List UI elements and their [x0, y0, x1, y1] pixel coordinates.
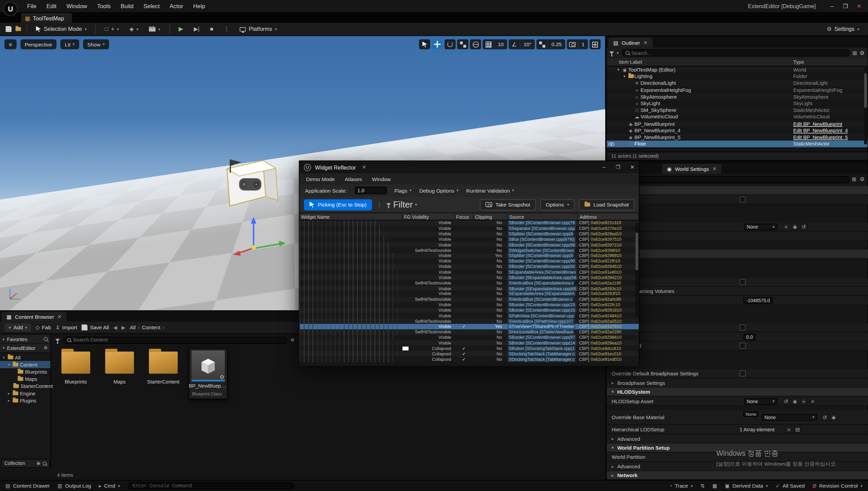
ws-row-demode[interactable]: deMode: [607, 232, 868, 241]
reset-icon[interactable]: ↺: [783, 398, 790, 405]
expander-icon[interactable]: ▾: [616, 67, 621, 72]
filter-dropdown[interactable]: Filter▾: [387, 200, 417, 210]
column-type[interactable]: Type: [793, 59, 804, 65]
widget-tree-row[interactable]: Collapsed✓NoSDockingTabStack [TabManager…: [299, 351, 639, 357]
world-settings-search[interactable]: [609, 176, 850, 183]
source-link[interactable]: SBorder [SContentBrowser.cpp(76: [508, 220, 576, 225]
outliner-row[interactable]: ☼SkyLightSkyLight: [607, 100, 867, 107]
widget-tree-row[interactable]: Visible✓YesSTreeView<TSharedPtr<FTreeIte…: [299, 324, 639, 329]
scale-snap-value[interactable]: 0.25: [548, 39, 565, 49]
reset-icon[interactable]: ↺: [822, 414, 828, 420]
chevron-icon[interactable]: ▸: [7, 398, 11, 403]
plus-icon[interactable]: +: [783, 223, 790, 230]
tree-item-startercontent[interactable]: StarterContent: [0, 382, 51, 390]
outliner-row[interactable]: ☀DirectionalLightDirectionalLight: [607, 80, 867, 87]
rotate-tool-button[interactable]: [445, 39, 456, 49]
tab-tooltestmap[interactable]: ▦ ToolTestMap: [21, 13, 72, 23]
value-field[interactable]: -1048575.0: [744, 297, 773, 304]
outliner-filter-icon[interactable]: [610, 52, 614, 54]
ws-row-isibility[interactable]: isibility: [607, 186, 868, 195]
source-link[interactable]: SSplitter [SContentBrowser.cpp(8: [508, 232, 574, 237]
ws-row-advanced[interactable]: ▸Advanced: [607, 435, 868, 444]
menu-tools[interactable]: Tools: [92, 0, 116, 12]
ws-row-hierarchical-lodsetup[interactable]: Hierarchical LODSetup1 Array element+⊟: [607, 425, 868, 434]
widget-tree-row[interactable]: VisibleNoSBorder [SContentBrowser.cpp(90…: [299, 258, 639, 264]
source-cell[interactable]: SSplitter [SContentBrowser.cpp(8: [508, 231, 578, 237]
source-link[interactable]: SSeparator [SContentBrowser.cpp: [508, 226, 576, 231]
search-icon[interactable]: [44, 337, 47, 341]
reflector-table-header[interactable]: Widget NameFGVisibilityFocusClippingSour…: [299, 213, 639, 220]
outliner-search-input[interactable]: [631, 50, 846, 56]
plus-icon[interactable]: +: [786, 426, 792, 433]
source-link[interactable]: SBorder [SContentBrowser.cpp(14: [508, 340, 576, 346]
console-input-box[interactable]: [128, 482, 294, 489]
widget-tree-row[interactable]: VisibleNoSBorder [SContentBrowser.cpp(15…: [299, 308, 639, 313]
source-cell[interactable]: SHorizontalBox [STableViewBase: [508, 329, 578, 335]
source-cell[interactable]: SBox [SContentBrowser.cpp(879)]: [508, 237, 578, 242]
combo-ws-row-hlodsetup-asset[interactable]: None▾: [744, 398, 777, 405]
checkbox[interactable]: [739, 279, 746, 285]
show-dropdown[interactable]: Show▾: [83, 39, 109, 49]
source-cell[interactable]: SBorder [SContentBrowser.cpp(15: [508, 302, 578, 308]
combo-ws-row-verride[interactable]: None▾: [744, 223, 777, 230]
ws-row-ttings[interactable]: ttings: [607, 250, 868, 258]
source-link[interactable]: SVerticalBox [SPathView.cpp(107: [508, 319, 574, 324]
camera-speed-control[interactable]: 1: [567, 39, 588, 49]
widget-reflector-window[interactable]: U Widget Reflector ✕ ─ ❐ ✕ Demo ModeAtla…: [299, 160, 639, 365]
outliner-row[interactable]: ☁VolumetricCloudVolumetricCloud: [607, 114, 867, 120]
source-link[interactable]: SBox [SContentBrowser.cpp(879)]: [508, 237, 575, 242]
menu-edit[interactable]: Edit: [41, 0, 61, 12]
add-button[interactable]: +Add▾: [4, 323, 31, 331]
outliner-row[interactable]: ≈ExponentialHeightFogExponentialHeightFo…: [607, 87, 867, 94]
widget-tree-row[interactable]: VisibleNoSBorder [SExpandableArea.cpp(65…: [299, 286, 639, 291]
plus-icon[interactable]: +: [801, 398, 807, 405]
source-cell[interactable]: STreeView<TSharedPtr<FTreeIter: [508, 324, 578, 329]
source-link[interactable]: SBorder [SContentBrowser.cpp(15: [508, 308, 576, 313]
chevron-icon[interactable]: ▸: [612, 473, 617, 477]
source-cell[interactable]: SSplitter [SContentBrowser.cpp(9: [508, 253, 578, 258]
widget-tree-row[interactable]: VisibleNoSSplitter [SContentBrowser.cpp(…: [299, 231, 639, 237]
reflector-tab-close-icon[interactable]: ✕: [362, 164, 366, 170]
column-clipping[interactable]: Clipping: [473, 213, 508, 220]
ws-row-hlodsystem[interactable]: ▾HLODSystem: [607, 388, 868, 396]
source-cell[interactable]: SSeparator [SContentBrowser.cpp: [508, 226, 578, 231]
outliner-search[interactable]: [622, 49, 850, 56]
view-mode-dropdown[interactable]: Lit▾: [60, 39, 79, 49]
column-visibility[interactable]: Visibility: [410, 213, 455, 220]
application-scale-input[interactable]: [355, 186, 387, 194]
menu-select[interactable]: Select: [139, 0, 165, 12]
world-space-toggle[interactable]: [470, 39, 481, 49]
asset-tile-startercontent[interactable]: StarterContent: [145, 348, 182, 385]
selection-mode-dropdown[interactable]: Selection Mode ▾: [33, 24, 90, 34]
cinematics-menu-button[interactable]: ▾: [146, 25, 164, 33]
source-cell[interactable]: SExpandableArea [SContentBrows: [508, 269, 578, 275]
combo-ws-row-override-base-material[interactable]: None▾: [762, 414, 817, 420]
source-cell[interactable]: SBorder [SContentBrowser.cpp(97: [508, 335, 578, 340]
outliner-row[interactable]: ◈BP_NewBlueprintEdit BP_NewBlueprint: [607, 120, 867, 127]
source-link[interactable]: SBorder [SContentBrowser.cpp(97: [508, 335, 576, 340]
unreal-engine-logo-icon[interactable]: U: [3, 2, 18, 16]
chevron-icon[interactable]: ▸: [612, 464, 617, 469]
settings-dropdown[interactable]: ⚙ Settings ▾: [823, 24, 862, 34]
gear-icon[interactable]: ⚙: [44, 346, 48, 351]
tree-item-blueprints[interactable]: Blueprints: [0, 368, 51, 375]
expander-icon[interactable]: ▾: [622, 74, 627, 79]
add-actor-button[interactable]: □+▾: [102, 24, 122, 34]
actor-type[interactable]: Edit BP_NewBlueprint: [793, 121, 843, 126]
world-settings-search-input[interactable]: [619, 176, 846, 184]
revision-control-dropdown[interactable]: ØRevision Control▾: [812, 483, 862, 489]
source-cell[interactable]: SWidgetSwitcher [SContentBrows: [508, 248, 578, 253]
asset-tile-maps[interactable]: Maps: [101, 348, 138, 385]
breadcrumb-current[interactable]: Content: [142, 325, 160, 331]
tab-content-browser[interactable]: ▦ Content Browser ✕: [2, 312, 67, 321]
menu-build[interactable]: Build: [116, 0, 139, 12]
content-filter-icon[interactable]: [55, 338, 60, 341]
add-collection-icon[interactable]: ⊕: [37, 460, 41, 466]
column-source[interactable]: Source: [508, 213, 578, 220]
browse-icon[interactable]: ◈: [792, 223, 798, 230]
widget-tree-row[interactable]: SelfHitTestInvisibleNoSWidgetSwitcher [S…: [299, 248, 639, 253]
perspective-dropdown[interactable]: Perspective: [20, 39, 57, 49]
reflector-close-button[interactable]: ✕: [630, 164, 634, 170]
source-cell[interactable]: SBorder [SContentBrowser.cpp(98: [508, 242, 578, 248]
checkbox[interactable]: [739, 197, 746, 203]
